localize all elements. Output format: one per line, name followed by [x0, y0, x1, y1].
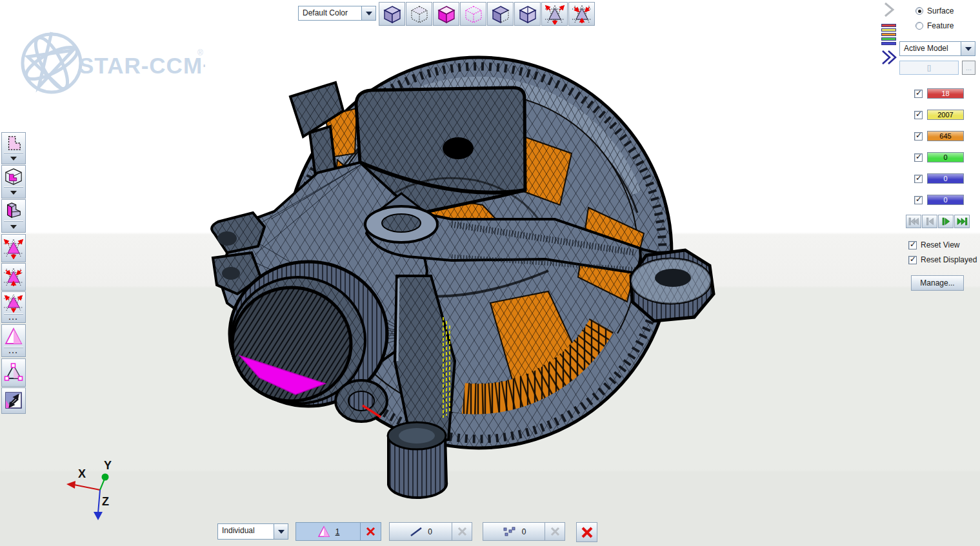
- face-triangle-icon: [317, 525, 331, 538]
- model-selector-value: Active Model: [900, 42, 961, 55]
- edge-count[interactable]: 0: [428, 527, 432, 536]
- layer-value-field[interactable]: 2007: [927, 110, 964, 120]
- layer-row: ✓ 18: [914, 88, 964, 99]
- flood-triangle-icon: [3, 293, 25, 313]
- shrink-triangle-icon: [3, 266, 25, 288]
- lasso-l-shape-icon: [5, 135, 23, 151]
- select-part-button[interactable]: [1, 199, 26, 233]
- layer-value-field[interactable]: 0: [927, 173, 964, 184]
- expand-panel-double-chevron-icon[interactable]: [880, 49, 898, 66]
- dropdown-arrow-icon[interactable]: [10, 157, 17, 164]
- layer-checkbox[interactable]: ✓: [914, 175, 923, 183]
- open-face-cube-button[interactable]: [514, 2, 541, 26]
- checkbox-checked-icon[interactable]: ✓: [908, 241, 917, 249]
- layer-value-field[interactable]: 645: [927, 131, 964, 141]
- select-vertices-button[interactable]: [1, 358, 26, 387]
- collapse-panel-chevron-icon[interactable]: [881, 1, 897, 18]
- model-selector-dropdown[interactable]: Active Model: [899, 41, 975, 56]
- more-options-dots[interactable]: ...: [8, 348, 18, 355]
- open-face-cube-icon: [518, 5, 537, 24]
- layer-value-field[interactable]: 18: [927, 88, 964, 99]
- point-count[interactable]: 0: [522, 527, 526, 536]
- shrink-selection-button[interactable]: [1, 263, 26, 291]
- grow-selection-button[interactable]: [1, 234, 26, 262]
- face-count-display[interactable]: 1: [295, 522, 361, 541]
- step-forward-button[interactable]: [938, 215, 954, 228]
- edge-selection-group: 0: [389, 522, 472, 541]
- invert-selection-icon: [5, 391, 23, 409]
- y-axis-arrow: [102, 474, 109, 481]
- z-axis-arrow: [94, 512, 103, 520]
- vertex-triangle-icon: [4, 363, 23, 382]
- more-options-dots[interactable]: ...: [8, 315, 18, 322]
- first-frame-button[interactable]: [906, 215, 921, 228]
- highlight-solid-cube-button[interactable]: [433, 2, 459, 26]
- svg-text:®: ®: [197, 48, 203, 57]
- flood-select-button[interactable]: ...: [1, 291, 26, 323]
- checkbox-checked-icon[interactable]: ✓: [908, 256, 917, 264]
- layer-value-field[interactable]: 0: [927, 152, 964, 162]
- highlight-wireframe-cube-icon: [464, 5, 483, 24]
- filter-input[interactable]: []: [899, 61, 959, 75]
- dropdown-arrow-icon[interactable]: [961, 42, 975, 55]
- clear-face-selection-button[interactable]: [361, 522, 381, 541]
- layer-checkbox[interactable]: ✓: [914, 90, 923, 98]
- gray-x-icon: [457, 527, 467, 536]
- dropdown-arrow-icon[interactable]: [361, 6, 375, 20]
- shrink-selection-button[interactable]: [568, 2, 595, 26]
- layer-checkbox[interactable]: ✓: [914, 153, 923, 162]
- invert-selection-button[interactable]: [1, 387, 26, 414]
- reset-displayed-label: Reset Displayed: [921, 255, 977, 264]
- browse-button[interactable]: ...: [962, 61, 975, 75]
- playback-controls: [906, 215, 970, 228]
- solid-cube-button[interactable]: [379, 2, 405, 26]
- radio-selected-icon[interactable]: [915, 7, 923, 15]
- reset-view-label: Reset View: [921, 240, 959, 249]
- radio-unselected-icon[interactable]: [915, 22, 923, 30]
- surface-radio-label: Surface: [927, 6, 954, 15]
- selection-mode-dropdown[interactable]: Individual: [217, 523, 288, 540]
- last-frame-icon: [957, 217, 968, 226]
- fill-select-button[interactable]: ...: [1, 324, 26, 357]
- highlight-solid-cube-icon: [437, 5, 456, 24]
- layer-checkbox[interactable]: ✓: [914, 111, 923, 119]
- layer-checkbox[interactable]: ✓: [914, 196, 923, 204]
- dropdown-arrow-icon[interactable]: [10, 225, 17, 232]
- grow-selection-button[interactable]: [541, 2, 568, 26]
- select-zone-button[interactable]: [1, 165, 26, 199]
- face-count[interactable]: 1: [335, 527, 340, 536]
- wireframe-cube-button[interactable]: [406, 2, 432, 26]
- select-faces-button[interactable]: [1, 132, 26, 164]
- clear-edge-selection-button[interactable]: [452, 522, 472, 541]
- surface-mode-radio[interactable]: Surface: [915, 6, 954, 15]
- point-count-display[interactable]: 0: [483, 522, 545, 541]
- half-solid-cube-button[interactable]: [487, 2, 514, 26]
- points-icon: [502, 526, 517, 538]
- 3d-viewport-model[interactable]: [206, 48, 723, 506]
- big-red-x-icon: [581, 526, 594, 539]
- previous-frame-icon: [926, 217, 934, 226]
- previous-frame-button[interactable]: [922, 215, 937, 228]
- x-axis-arrow: [66, 481, 75, 489]
- edge-line-icon: [409, 526, 423, 538]
- dropdown-arrow-icon[interactable]: [10, 191, 17, 198]
- edge-count-display[interactable]: 0: [389, 522, 452, 541]
- reset-displayed-checkbox[interactable]: ✓ Reset Displayed: [908, 255, 977, 264]
- y-axis-label: Y: [104, 459, 112, 472]
- half-filled-triangle-icon: [4, 327, 23, 346]
- color-legend-icon[interactable]: [881, 24, 896, 45]
- clear-all-selections-button[interactable]: [576, 522, 597, 542]
- solid-cube-icon: [383, 5, 402, 24]
- manage-button[interactable]: Manage...: [911, 275, 964, 291]
- feature-mode-radio[interactable]: Feature: [915, 21, 954, 30]
- color-mode-dropdown[interactable]: Default Color: [298, 6, 376, 21]
- clear-point-selection-button[interactable]: [545, 522, 565, 541]
- layer-value-field[interactable]: 0: [927, 195, 964, 205]
- reset-view-checkbox[interactable]: ✓ Reset View: [908, 240, 959, 249]
- dropdown-arrow-icon[interactable]: [274, 524, 288, 539]
- layer-row: ✓ 0: [914, 152, 964, 162]
- wireframe-cube-icon: [410, 5, 429, 24]
- layer-checkbox[interactable]: ✓: [914, 132, 923, 141]
- last-frame-button[interactable]: [954, 215, 970, 228]
- highlight-wireframe-cube-button[interactable]: [460, 2, 486, 26]
